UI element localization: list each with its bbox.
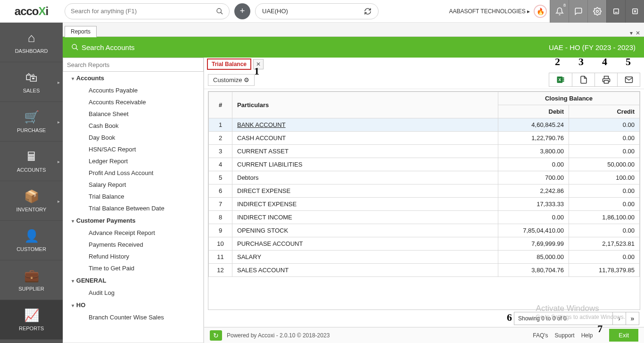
- customize-label: Customize: [213, 76, 242, 84]
- tree-item[interactable]: Refund History: [63, 251, 203, 262]
- nav-accounts[interactable]: 🖩ACCOUNTS▸: [0, 142, 63, 181]
- panel-close-icon[interactable]: ✕: [636, 30, 640, 36]
- footer-link-faq[interactable]: FAQ's: [533, 332, 548, 339]
- chat-button[interactable]: [569, 0, 587, 23]
- table-row[interactable]: 11SALARY85,000.000.00: [209, 251, 640, 264]
- reports-tree[interactable]: AccountsAccounts PayableAccounts Receiva…: [63, 72, 204, 343]
- print-button[interactable]: [594, 73, 617, 86]
- tree-item[interactable]: Profit And Loss Account: [63, 167, 203, 179]
- panel-dropdown-icon[interactable]: ▾: [630, 30, 633, 36]
- notifications-button[interactable]: 8: [550, 0, 569, 23]
- tree-item[interactable]: Cash Book: [63, 120, 203, 132]
- nav-label: SALES: [23, 88, 40, 93]
- table-row[interactable]: 10PURCHASE ACCOUNT7,69,999.992,17,523.81: [209, 237, 640, 251]
- col-num: #: [209, 92, 232, 118]
- fiscal-year: UAE - HO (FY 2023 - 2023): [549, 43, 636, 51]
- export-pdf-button[interactable]: [572, 73, 594, 86]
- exit-button[interactable]: Exit: [609, 329, 638, 342]
- email-button[interactable]: [617, 73, 640, 86]
- nav-purchase[interactable]: 🛒PURCHASE▸: [0, 102, 63, 142]
- table-row[interactable]: 4CURRENT LIABILITIES0.0050,000.00: [209, 158, 640, 171]
- table-row[interactable]: 8INDIRECT INCOME0.001,86,100.00: [209, 211, 640, 224]
- table-row[interactable]: 3CURRENT ASSET3,800.000.00: [209, 145, 640, 158]
- cell-debit: 85,000.00: [498, 251, 569, 264]
- nav-label: SUPPLIER: [18, 286, 44, 292]
- nav-inventory[interactable]: 📦INVENTORY▸: [0, 181, 63, 221]
- minimize-button[interactable]: [606, 0, 625, 23]
- tree-group[interactable]: Accounts: [63, 72, 203, 84]
- pager-last-button[interactable]: »: [626, 312, 639, 325]
- tree-item[interactable]: Time to Get Paid: [63, 262, 203, 274]
- fire-icon[interactable]: 🔥: [534, 5, 547, 18]
- tree-item[interactable]: Branch Counter Wise Sales: [63, 311, 203, 323]
- nav-label: REPORTS: [19, 326, 44, 331]
- cell-num: 6: [209, 184, 232, 198]
- global-search-input[interactable]: [71, 8, 216, 15]
- settings-button[interactable]: [587, 0, 606, 23]
- trial-balance-table: # Particulars Closing Balance Debit Cred…: [208, 92, 640, 277]
- cell-num: 11: [209, 251, 232, 264]
- tree-item[interactable]: Audit Log: [63, 287, 203, 299]
- footer-link-support[interactable]: Support: [555, 332, 575, 339]
- cell-debit: 700.00: [498, 171, 569, 184]
- tree-item[interactable]: Accounts Payable: [63, 84, 203, 96]
- nav-supplier[interactable]: 💼SUPPLIER: [0, 260, 63, 300]
- org-selector[interactable]: UAE(HO): [255, 3, 379, 19]
- tree-group[interactable]: HO: [63, 299, 203, 311]
- search-icon[interactable]: [216, 8, 223, 15]
- tree-item[interactable]: HSN/SAC Report: [63, 143, 203, 155]
- cell-particulars: SALES ACCOUNT: [232, 264, 498, 277]
- nav-customer[interactable]: 👤CUSTOMER: [0, 221, 63, 260]
- logo-accent: X: [39, 5, 46, 18]
- tree-item[interactable]: Trial Balance: [63, 191, 203, 202]
- tree-item[interactable]: Payments Received: [63, 239, 203, 251]
- sync-icon[interactable]: [364, 8, 372, 15]
- toolbar: Customize ⚙ X: [204, 71, 644, 89]
- table-row[interactable]: 9OPENING STOCK7,85,04,410.000.00: [209, 224, 640, 237]
- table-row[interactable]: 5Debtors700.00100.00: [209, 171, 640, 184]
- cell-particulars[interactable]: BANK ACCOUNT: [232, 118, 498, 132]
- cell-particulars: SALARY: [232, 251, 498, 264]
- cell-debit: 7,85,04,410.00: [498, 224, 569, 237]
- tree-item[interactable]: Day Book: [63, 132, 203, 143]
- tree-item[interactable]: Trial Balance Between Date: [63, 202, 203, 214]
- org-name: UAE(HO): [262, 8, 288, 15]
- footer-link-help[interactable]: Help: [581, 332, 593, 339]
- table-container[interactable]: # Particulars Closing Balance Debit Cred…: [208, 91, 640, 310]
- nav-reports[interactable]: 📈REPORTS: [0, 300, 63, 340]
- tree-item[interactable]: Advance Receipt Report: [63, 227, 203, 239]
- tree-item[interactable]: Ledger Report: [63, 155, 203, 167]
- customize-button[interactable]: Customize ⚙: [208, 74, 255, 86]
- table-row[interactable]: 6DIRECT EXPENSE2,242.860.00: [209, 184, 640, 198]
- export-excel-button[interactable]: X: [549, 73, 572, 86]
- reports-search-input[interactable]: [63, 58, 204, 72]
- table-row[interactable]: 1BANK ACCOUNT4,60,845.240.00: [209, 118, 640, 132]
- company-name[interactable]: AABASOFT TECHNOLOGIES ▸: [449, 8, 530, 15]
- doc-tabstrip: Reports ▾ ✕: [63, 23, 644, 37]
- tree-item[interactable]: Balance Sheet: [63, 108, 203, 120]
- close-button[interactable]: [625, 0, 644, 23]
- annotation-1: 1: [254, 65, 259, 77]
- tree-item[interactable]: Salary Report: [63, 179, 203, 191]
- tree-item[interactable]: Accounts Receivable: [63, 96, 203, 108]
- table-row[interactable]: 12SALES ACCOUNT3,80,704.7611,78,379.85: [209, 264, 640, 277]
- cell-num: 5: [209, 171, 232, 184]
- table-row[interactable]: 2CASH ACCOUNT1,22,790.760.00: [209, 132, 640, 145]
- cell-particulars: Debtors: [232, 171, 498, 184]
- chevron-right-icon: ▸: [58, 119, 60, 124]
- cell-credit: 50,000.00: [569, 158, 640, 171]
- user-icon: 👤: [24, 229, 39, 243]
- nav-sales[interactable]: 🛍SALES▸: [0, 62, 63, 102]
- global-search[interactable]: [65, 3, 230, 19]
- tab-trial-balance[interactable]: Trial Balance: [207, 59, 251, 70]
- nav-dashboard[interactable]: ⌂DASHBOARD: [0, 23, 63, 62]
- add-button[interactable]: +: [234, 3, 250, 19]
- doc-tab-reports[interactable]: Reports: [65, 26, 97, 37]
- chevron-right-icon: ▸: [58, 159, 60, 164]
- cell-num: 2: [209, 132, 232, 145]
- tree-group[interactable]: GENERAL: [63, 274, 203, 287]
- table-row[interactable]: 7INDIRECT EXPENSE17,333.330.00: [209, 198, 640, 211]
- tree-group[interactable]: Customer Payments: [63, 214, 203, 227]
- pager-next-button[interactable]: ›: [613, 312, 626, 325]
- nav-label: ACCOUNTS: [17, 167, 46, 173]
